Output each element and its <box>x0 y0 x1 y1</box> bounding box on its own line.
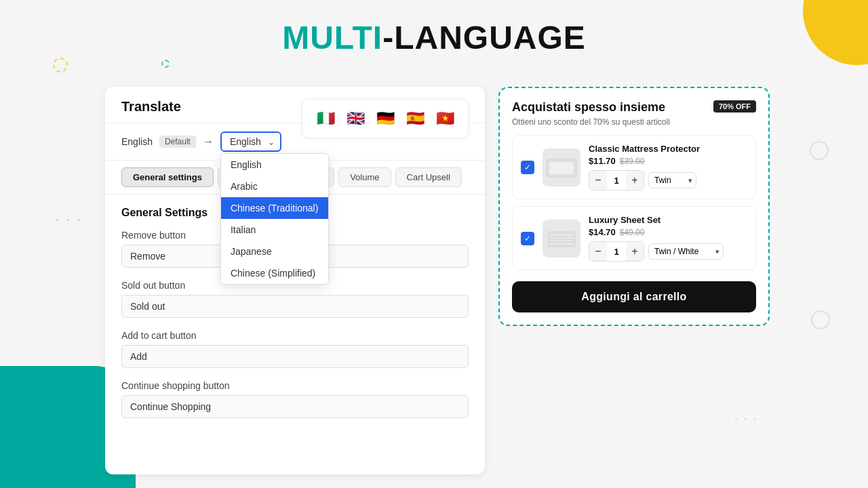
left-panel: Translate 🇮🇹 🇬🇧 🇩🇪 🇪🇸 🇻🇳 English Default… <box>105 87 485 474</box>
flag-row: 🇮🇹 🇬🇧 🇩🇪 🇪🇸 🇻🇳 <box>302 99 469 138</box>
variant-select-2[interactable]: Twin / White Full / White Queen / White … <box>648 243 724 260</box>
variant-wrapper-2: Twin / White Full / White Queen / White … <box>648 243 724 260</box>
deco-dots-bl: · · · <box>56 214 83 226</box>
flag-british[interactable]: 🇬🇧 <box>343 106 368 131</box>
product-controls-2: − 1 + Twin / White Full / White Queen / … <box>589 241 747 262</box>
preview-card-header: Acquistati spesso insieme 70% OFF <box>512 100 756 115</box>
deco-dot-tl <box>161 60 170 68</box>
field-group-continue: Continue shopping button <box>121 380 469 418</box>
flag-vietnamese[interactable]: 🇻🇳 <box>433 106 457 131</box>
preview-card: Acquistati spesso insieme 70% OFF Ottien… <box>498 87 770 326</box>
field-input-soldout[interactable] <box>121 295 469 318</box>
tab-cart-upsell[interactable]: Cart Upsell <box>395 167 462 187</box>
price-new-2: $14.70 <box>589 227 616 237</box>
tab-general-settings[interactable]: General settings <box>121 167 214 187</box>
preview-subtitle: Ottieni uno sconto del 70% su questi art… <box>512 117 756 127</box>
preview-title: Acquistati spesso insieme <box>512 100 665 115</box>
dropdown-item-chinese-simplified[interactable]: Chinese (Simplified) <box>221 262 328 284</box>
dropdown-item-japanese[interactable]: Japanese <box>221 241 328 262</box>
title-colored: MULTI <box>282 20 382 56</box>
qty-plus-2[interactable]: + <box>626 242 644 261</box>
lang-dropdown-menu: English Arabic Chinese (Traditional) Ita… <box>220 153 329 285</box>
svg-rect-2 <box>550 163 573 174</box>
qty-val-1: 1 <box>607 171 626 190</box>
deco-circle-br <box>811 310 830 329</box>
product-img-1 <box>542 148 580 186</box>
deco-circle-tr <box>810 141 829 160</box>
field-group-addtocart: Add to cart button <box>121 330 469 368</box>
field-group-soldout: Sold out button <box>121 280 469 318</box>
product-row-2: ✓ Luxury Sheet Set $14.70 $49.00 <box>512 206 756 270</box>
title-rest: -LANGUAGE <box>382 20 586 56</box>
dropdown-item-english[interactable]: English <box>221 154 328 176</box>
variant-wrapper-1: Twin Full Queen King <box>648 172 696 188</box>
product-prices-2: $14.70 $49.00 <box>589 227 747 237</box>
deco-circle-tl <box>53 58 68 73</box>
source-lang-label: English <box>121 136 153 147</box>
lang-select-button[interactable]: English <box>220 131 281 152</box>
product-row-1: ✓ Classic Mattress Protector $11.70 $39.… <box>512 135 756 199</box>
field-input-addtocart[interactable] <box>121 345 469 368</box>
price-old-2: $49.00 <box>620 228 645 237</box>
right-panel: Acquistati spesso insieme 70% OFF Ottien… <box>498 87 770 474</box>
qty-minus-1[interactable]: − <box>589 171 607 190</box>
qty-minus-2[interactable]: − <box>589 242 607 261</box>
product-name-2: Luxury Sheet Set <box>589 215 747 225</box>
flag-german[interactable]: 🇩🇪 <box>373 106 397 131</box>
field-input-continue[interactable] <box>121 395 469 418</box>
product-info-1: Classic Mattress Protector $11.70 $39.00… <box>589 144 747 190</box>
main-area: Translate 🇮🇹 🇬🇧 🇩🇪 🇪🇸 🇻🇳 English Default… <box>105 87 770 474</box>
field-label-continue: Continue shopping button <box>121 380 469 391</box>
product-name-1: Classic Mattress Protector <box>589 144 747 154</box>
product-checkbox-2[interactable]: ✓ <box>521 232 534 245</box>
add-to-cart-button[interactable]: Aggiungi al carrello <box>512 281 756 312</box>
price-new-1: $11.70 <box>589 156 616 166</box>
dropdown-item-arabic[interactable]: Arabic <box>221 176 328 197</box>
qty-val-2: 1 <box>607 242 626 261</box>
tab-volume[interactable]: Volume <box>338 167 391 187</box>
variant-select-1[interactable]: Twin Full Queen King <box>648 172 696 188</box>
dropdown-item-italian[interactable]: Italian <box>221 219 328 241</box>
flag-spanish[interactable]: 🇪🇸 <box>403 106 427 131</box>
qty-plus-1[interactable]: + <box>626 171 644 190</box>
qty-control-1: − 1 + <box>589 170 644 190</box>
qty-control-2: − 1 + <box>589 241 644 262</box>
price-old-1: $39.00 <box>620 157 645 166</box>
dropdown-item-chinese-traditional[interactable]: Chinese (Traditional) <box>221 197 328 219</box>
panel-title: Translate <box>121 99 181 114</box>
page-title: MULTI-LANGUAGE <box>0 0 868 68</box>
default-badge: Default <box>159 136 196 148</box>
product-checkbox-1[interactable]: ✓ <box>521 161 534 174</box>
lang-dropdown-wrapper: English English Arabic Chinese (Traditio… <box>220 131 281 152</box>
flag-italian[interactable]: 🇮🇹 <box>313 106 338 131</box>
arrow-icon: → <box>203 136 214 148</box>
preview-badge: 70% OFF <box>713 100 756 113</box>
product-info-2: Luxury Sheet Set $14.70 $49.00 − 1 + <box>589 215 747 262</box>
product-controls-1: − 1 + Twin Full Queen King <box>589 170 747 190</box>
product-prices-1: $11.70 $39.00 <box>589 156 747 166</box>
product-img-2 <box>542 220 580 258</box>
field-label-addtocart: Add to cart button <box>121 330 469 341</box>
